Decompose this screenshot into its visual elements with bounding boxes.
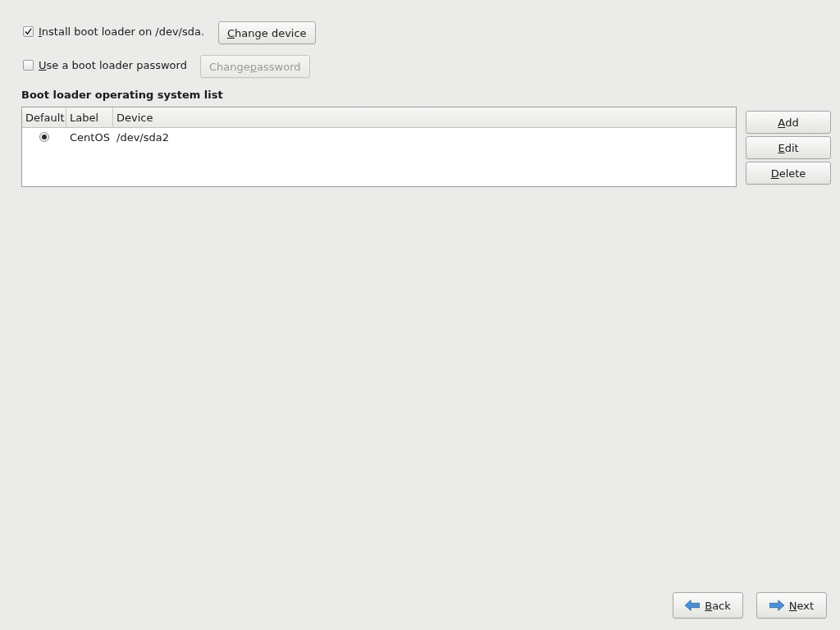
delete-button[interactable]: Delete — [746, 162, 831, 185]
change-password-button: Change password — [200, 55, 310, 78]
os-table[interactable]: Default Label Device CentOS /dev/sda2 — [21, 107, 737, 187]
change-device-button[interactable]: Change device — [218, 21, 316, 44]
column-header-default[interactable]: Default — [22, 107, 66, 127]
default-radio[interactable] — [39, 132, 49, 142]
default-cell[interactable] — [22, 132, 66, 142]
next-button-label: Next — [789, 600, 814, 612]
os-list-title: Boot loader operating system list — [21, 89, 223, 101]
use-password-label[interactable]: Use a boot loader password — [39, 59, 187, 71]
side-buttons: Add Edit Delete — [746, 111, 813, 185]
svg-marker-1 — [769, 600, 784, 611]
back-button[interactable]: Back — [673, 592, 743, 619]
next-button[interactable]: Next — [756, 592, 827, 619]
device-cell: /dev/sda2 — [113, 131, 736, 144]
add-button[interactable]: Add — [746, 111, 831, 134]
footer-nav: Back Next — [673, 592, 827, 619]
column-header-label[interactable]: Label — [66, 107, 113, 127]
column-header-device[interactable]: Device — [113, 107, 736, 127]
install-bootloader-label[interactable]: Install boot loader on /dev/sda. — [39, 25, 204, 38]
install-bootloader-checkbox[interactable] — [23, 26, 34, 37]
table-row[interactable]: CentOS /dev/sda2 — [22, 128, 736, 146]
use-password-checkbox[interactable] — [23, 60, 34, 71]
install-bootloader-row: Install boot loader on /dev/sda. — [23, 25, 204, 38]
back-button-label: Back — [705, 600, 731, 612]
edit-button[interactable]: Edit — [746, 136, 831, 159]
arrow-left-icon — [685, 600, 700, 611]
os-table-header: Default Label Device — [22, 107, 736, 128]
use-password-row: Use a boot loader password — [23, 59, 187, 71]
arrow-right-icon — [769, 600, 784, 611]
svg-marker-0 — [685, 600, 700, 611]
label-cell: CentOS — [66, 131, 113, 144]
